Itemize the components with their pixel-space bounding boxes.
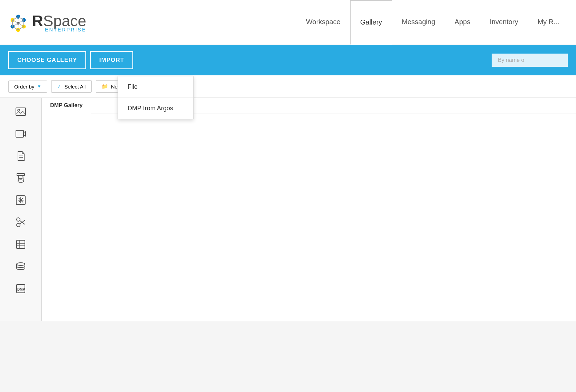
select-all-button[interactable]: ✓ Select All [51, 80, 92, 93]
main-nav: Workspace Gallery Messaging Apps Invento… [296, 0, 569, 45]
order-by-label: Order by [14, 84, 34, 90]
sidebar-scissors-icon[interactable] [11, 213, 30, 232]
sidebar-pdf-icon[interactable] [11, 235, 30, 254]
svg-rect-19 [16, 108, 26, 115]
order-by-button[interactable]: Order by ▼ [8, 81, 47, 93]
svg-point-20 [18, 109, 20, 111]
import-dropdown: File DMP from Argos [118, 76, 194, 119]
sidebar-dmp-icon[interactable]: DMP [11, 279, 30, 298]
main-content: DMP DMP Gallery [0, 98, 576, 321]
svg-rect-37 [17, 240, 25, 249]
import-file-item[interactable]: File [118, 76, 193, 98]
checkmark-icon: ✓ [57, 83, 62, 90]
header: R Space ENTERPRISE Workspace Gallery Mes… [0, 0, 576, 45]
logo: R Space ENTERPRISE [7, 11, 86, 34]
sidebar-document-icon[interactable] [11, 146, 30, 166]
import-button[interactable]: IMPORT [90, 51, 133, 69]
nav-workspace[interactable]: Workspace [296, 0, 350, 45]
toolbar: CHOOSE GALLERY IMPORT File DMP from Argo… [0, 45, 576, 75]
nav-inventory[interactable]: Inventory [480, 0, 528, 45]
sidebar: DMP [0, 98, 41, 321]
nav-messaging[interactable]: Messaging [392, 0, 445, 45]
svg-rect-24 [17, 174, 25, 176]
chevron-down-icon: ▼ [37, 84, 41, 89]
svg-point-41 [17, 263, 25, 265]
sidebar-video-icon[interactable] [11, 124, 30, 143]
svg-rect-21 [16, 130, 24, 137]
svg-point-33 [17, 223, 20, 227]
sub-toolbar: Order by ▼ ✓ Select All 📁 New Folder [0, 75, 576, 98]
svg-point-34 [17, 218, 20, 221]
svg-point-27 [18, 180, 24, 183]
sidebar-image-icon[interactable] [11, 102, 30, 121]
search-input[interactable] [492, 54, 568, 67]
logo-text-area: R Space ENTERPRISE [32, 12, 86, 32]
folder-icon: 📁 [102, 83, 108, 90]
logo-r: R [32, 12, 43, 30]
gallery-area: DMP Gallery [41, 98, 576, 321]
gallery-content [42, 113, 576, 321]
dmp-gallery-tab[interactable]: DMP Gallery [42, 98, 91, 113]
nav-apps[interactable]: Apps [445, 0, 480, 45]
nav-my-rspace[interactable]: My R... [528, 0, 569, 45]
select-all-label: Select All [64, 84, 86, 90]
sidebar-chemistry-icon[interactable] [11, 168, 30, 188]
sidebar-database-icon[interactable] [11, 257, 30, 276]
sidebar-asterisk-icon[interactable] [11, 190, 30, 210]
nav-gallery[interactable]: Gallery [350, 0, 392, 45]
choose-gallery-button[interactable]: CHOOSE GALLERY [8, 51, 86, 69]
import-dmp-item[interactable]: DMP from Argos [118, 98, 193, 119]
rspace-logo-icon [7, 11, 29, 34]
svg-text:DMP: DMP [17, 288, 25, 291]
